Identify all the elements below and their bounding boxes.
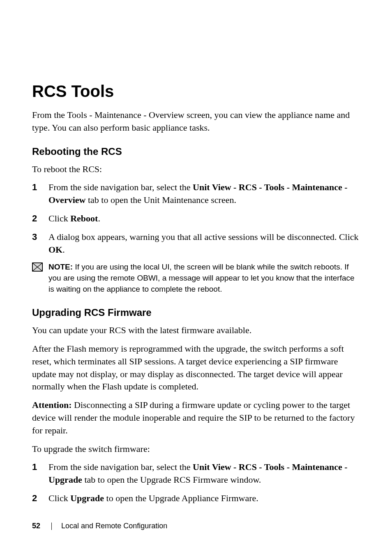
reboot-intro: To reboot the RCS: (32, 163, 360, 176)
reboot-steps-list: 1 From the side navigation bar, select t… (32, 181, 360, 256)
upgrade-steps-intro: To upgrade the switch firmware: (32, 443, 360, 456)
upgrade-para2: After the Flash memory is reprogrammed w… (32, 343, 360, 393)
section-upgrading-heading: Upgrading RCS Firmware (32, 307, 360, 318)
footer-page-number: 52 (32, 522, 40, 530)
step-text-post: tab to open the Unit Maintenance screen. (85, 195, 236, 205)
list-item: 2 Click Reboot. (32, 212, 360, 225)
list-item: 1 From the side navigation bar, select t… (32, 461, 360, 486)
step-text-post: . (62, 244, 65, 255)
step-text-pre: From the side navigation bar, select the (48, 462, 193, 472)
note-icon-wrap (32, 262, 48, 273)
page-heading: RCS Tools (32, 82, 360, 101)
step-text-pre: From the side navigation bar, select the (48, 182, 193, 192)
section-rebooting-heading: Rebooting the RCS (32, 146, 360, 157)
intro-paragraph: From the Tools - Maintenance - Overview … (32, 109, 360, 134)
footer-separator (51, 523, 52, 530)
list-item: 2 Click Upgrade to open the Upgrade Appl… (32, 492, 360, 505)
step-text-bold: Reboot (70, 213, 98, 223)
list-item: 1 From the side navigation bar, select t… (32, 181, 360, 207)
note-text: NOTE: If you are using the local UI, the… (48, 262, 360, 295)
step-text-post: to open the Upgrade Appliance Firmware. (104, 493, 258, 503)
list-number: 3 (32, 231, 37, 244)
attention-text: Disconnecting a SIP during a firmware up… (32, 400, 355, 435)
upgrade-intro: You can update your RCS with the latest … (32, 324, 360, 337)
list-number: 1 (32, 181, 37, 194)
list-item: 3 A dialog box appears, warning you that… (32, 231, 360, 256)
note-body: If you are using the local UI, the scree… (48, 263, 355, 293)
step-text-bold: OK (48, 244, 62, 255)
step-text-pre: A dialog box appears, warning you that a… (48, 232, 359, 242)
step-text-post: . (98, 213, 100, 223)
list-number: 2 (32, 212, 37, 225)
list-number: 2 (32, 492, 37, 505)
step-text-pre: Click (48, 493, 70, 503)
step-text-pre: Click (48, 213, 70, 223)
list-number: 1 (32, 461, 37, 474)
attention-label: Attention: (32, 400, 72, 410)
attention-paragraph: Attention: Disconnecting a SIP during a … (32, 399, 360, 437)
page-footer: 52 Local and Remote Configuration (32, 522, 167, 530)
note-label: NOTE: (48, 263, 73, 271)
step-text-bold: Upgrade (70, 493, 104, 503)
note-icon (32, 263, 43, 272)
footer-title: Local and Remote Configuration (61, 522, 167, 530)
step-text-post: tab to open the Upgrade RCS Firmware win… (82, 474, 261, 485)
note-block: NOTE: If you are using the local UI, the… (32, 262, 360, 295)
upgrade-steps-list: 1 From the side navigation bar, select t… (32, 461, 360, 504)
